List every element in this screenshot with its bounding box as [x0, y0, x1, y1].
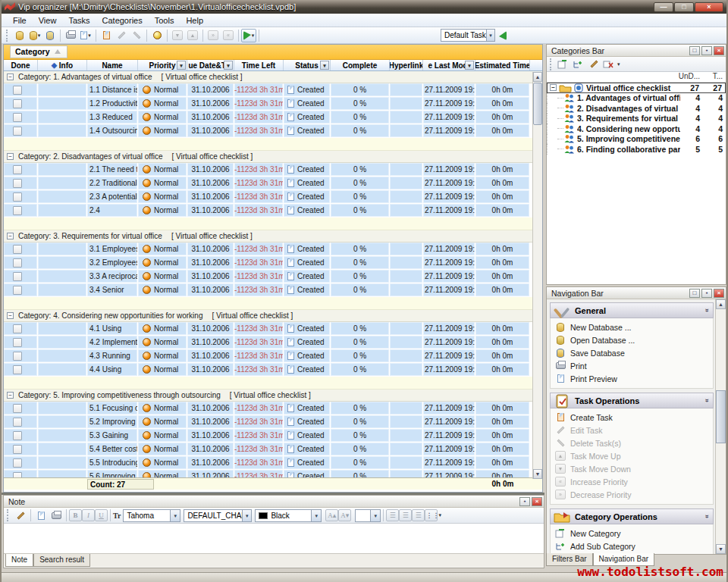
toolbar-grip[interactable] [7, 509, 10, 521]
close-panel-icon[interactable]: × [714, 46, 724, 55]
align-left-button[interactable]: ☰ [386, 509, 399, 521]
column-header-ue-date-tin[interactable]: ue Date&Tin▾ [187, 60, 234, 70]
note-print-button[interactable] [49, 508, 64, 522]
done-checkbox[interactable] [13, 286, 22, 295]
task-row[interactable]: 5.2 ImprovingNormal31.10.2006-1123d 3h 3… [4, 415, 542, 429]
scrollbar-thumb[interactable] [716, 390, 726, 443]
close-button[interactable]: × [695, 2, 723, 12]
nav-item-task-move-up[interactable]: ▲Task Move Up [555, 449, 713, 462]
task-move-up-button[interactable]: ▲ [185, 29, 200, 42]
nav-section-general[interactable]: General« [550, 302, 714, 318]
nav-item-open-database-[interactable]: Open Database ... [555, 333, 713, 346]
collapse-icon[interactable]: − [7, 74, 14, 80]
done-checkbox[interactable] [13, 445, 22, 454]
column-header-name[interactable]: Name [87, 60, 138, 70]
menu-help[interactable]: Help [180, 15, 209, 26]
print-preview-button[interactable]: ▾ [78, 29, 93, 42]
nav-section-task-operations[interactable]: Task Operations« [550, 393, 714, 408]
done-checkbox[interactable] [13, 113, 22, 122]
align-right-button[interactable]: ☰ [412, 509, 425, 521]
task-row[interactable]: 1.2 ProductivityNormal31.10.2006-1123d 3… [4, 97, 542, 111]
column-header-priority[interactable]: Priority▾ [138, 60, 187, 70]
shrink-font-button[interactable]: A▾ [338, 509, 351, 521]
note-preview-button[interactable] [33, 508, 49, 522]
font-size-combo[interactable]: ▾ [355, 509, 381, 522]
done-checkbox[interactable] [13, 272, 22, 281]
done-checkbox[interactable] [13, 206, 22, 215]
view-mode-button[interactable]: ▾ [241, 29, 256, 42]
menu-tools[interactable]: Tools [149, 15, 180, 26]
group-by-category-button[interactable]: Category [10, 45, 67, 58]
done-checkbox[interactable] [13, 258, 22, 268]
nav-section-category-operations[interactable]: Category Operations« [550, 508, 714, 524]
toolbar-grip[interactable] [6, 30, 9, 42]
group-header-row[interactable]: −Category: 1. Advantages of virtual offi… [4, 71, 542, 83]
charset-combo[interactable]: DEFAULT_CHAR ▾ [184, 509, 252, 522]
save-database-button[interactable] [42, 29, 58, 42]
delete-task-button[interactable] [129, 29, 144, 42]
column-header-time-left[interactable]: Time Left [234, 60, 284, 70]
edit-task-button[interactable] [114, 29, 129, 42]
done-checkbox[interactable] [13, 86, 22, 95]
restore-panel-icon[interactable]: □ [689, 289, 700, 298]
filter-dropdown-icon[interactable]: ▾ [320, 61, 329, 70]
done-checkbox[interactable] [13, 324, 22, 333]
task-row[interactable]: 5.5 IntroducingNormal31.10.2006-1123d 3h… [4, 456, 542, 470]
column-header-status[interactable]: Status▾ [284, 60, 331, 70]
done-checkbox[interactable] [13, 472, 22, 478]
menu-file[interactable]: File [8, 15, 32, 26]
nav-item-save-database[interactable]: Save Database [555, 346, 713, 359]
tree-category-item[interactable]: 6. Finding collaborative partners55 [547, 144, 726, 155]
done-checkbox[interactable] [13, 192, 22, 202]
done-checkbox[interactable] [13, 404, 22, 413]
task-row[interactable]: 1.1 Distance isNormal31.10.2006-1123d 3h… [4, 83, 542, 97]
maximize-button[interactable]: □ [674, 2, 694, 12]
grow-font-button[interactable]: A▴ [325, 509, 338, 521]
nav-vertical-scrollbar[interactable]: ▲ ▼ [715, 299, 726, 554]
toolbar-overflow-icon[interactable]: ▾ [617, 61, 620, 67]
nav-item-edit-task[interactable]: Edit Task [555, 424, 713, 436]
done-checkbox[interactable] [13, 245, 22, 254]
increase-priority-button[interactable]: « [221, 29, 236, 42]
task-row[interactable]: 4.2 ImplementingNormal31.10.2006-1123d 3… [4, 336, 542, 349]
pin-icon[interactable]: ⋆ [519, 497, 530, 506]
collapse-section-icon[interactable]: « [703, 399, 711, 402]
note-editor[interactable] [4, 524, 544, 554]
print-button[interactable] [63, 29, 78, 42]
filter-dropdown-icon[interactable]: ▾ [465, 61, 474, 70]
tree-category-item[interactable]: 5. Improving competitiveness thr66 [547, 134, 726, 145]
nav-item-add-sub-category[interactable]: Add Sub Category [555, 540, 713, 552]
collapse-icon[interactable]: − [7, 392, 14, 399]
toolbar-overflow-icon[interactable]: ▾ [438, 512, 441, 518]
task-row[interactable]: 2.4Normal31.10.2006-1123d 3h 31mCreated0… [4, 204, 542, 217]
close-panel-icon[interactable]: × [532, 497, 542, 506]
combo-arrow-icon[interactable]: ▾ [486, 30, 494, 41]
collapse-icon[interactable]: − [550, 84, 557, 91]
done-checkbox[interactable] [13, 418, 22, 427]
tab-note[interactable]: Note [5, 554, 33, 567]
font-family-combo[interactable]: Tahoma ▾ [123, 509, 180, 522]
task-row[interactable]: 5.3 GainingNormal31.10.2006-1123d 3h 31m… [4, 429, 542, 443]
filter-dropdown-icon[interactable]: ▾ [224, 61, 233, 70]
collapse-section-icon[interactable]: « [703, 515, 711, 518]
decrease-priority-button[interactable]: » [206, 29, 221, 42]
collapse-icon[interactable]: − [7, 233, 14, 239]
nav-item-print-preview[interactable]: Print Preview [555, 372, 713, 385]
collapse-section-icon[interactable]: « [703, 308, 711, 311]
group-header-row[interactable]: −Category: 2. Disadvantages of virtual o… [4, 151, 542, 163]
done-checkbox[interactable] [13, 352, 22, 361]
scroll-down-icon[interactable]: ▼ [716, 544, 726, 554]
undone-column-header[interactable]: UnD... [674, 72, 703, 82]
done-checkbox[interactable] [13, 338, 22, 347]
done-checkbox[interactable] [13, 431, 22, 440]
done-checkbox[interactable] [13, 179, 22, 188]
minimize-button[interactable]: — [654, 2, 673, 12]
pin-icon[interactable]: ⋆ [701, 289, 712, 298]
pin-icon[interactable]: ⋆ [701, 46, 712, 55]
restore-panel-icon[interactable]: □ [689, 46, 700, 55]
highlight-task-button[interactable] [149, 29, 165, 42]
new-database-button[interactable] [12, 29, 27, 42]
nav-item-create-task[interactable]: Create Task [555, 411, 713, 424]
filter-dropdown-icon[interactable]: ▾ [177, 61, 186, 70]
column-header-done[interactable]: Done [4, 60, 38, 70]
